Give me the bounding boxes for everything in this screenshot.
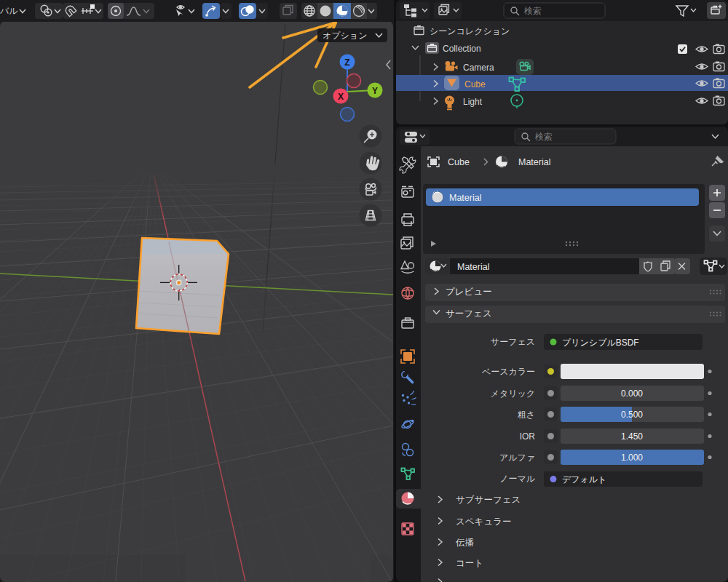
svg-text:Y: Y <box>372 86 378 96</box>
svg-text:Collection: Collection <box>443 44 481 54</box>
svg-text:Camera: Camera <box>463 63 494 73</box>
svg-text:バル: バル <box>0 6 18 16</box>
svg-text:ノーマル: ノーマル <box>499 474 536 484</box>
svg-text:0.500: 0.500 <box>621 410 643 420</box>
svg-text:IOR: IOR <box>520 431 536 442</box>
svg-text:1.000: 1.000 <box>621 453 643 463</box>
svg-text:プリンシプルBSDF: プリンシプルBSDF <box>562 338 639 348</box>
svg-text:サーフェス: サーフェス <box>446 308 492 319</box>
svg-text:Light: Light <box>463 97 483 107</box>
svg-text:デフォルト: デフォルト <box>562 474 606 485</box>
svg-text:Z: Z <box>344 57 349 68</box>
svg-text:Material: Material <box>518 157 550 167</box>
svg-text:アルファ: アルファ <box>499 453 535 463</box>
svg-text:粗さ: 粗さ <box>518 410 535 420</box>
svg-text:0.000: 0.000 <box>621 388 643 399</box>
svg-text:スペキュラー: スペキュラー <box>456 517 511 527</box>
svg-text:プレビュー: プレビュー <box>446 287 492 297</box>
svg-text:メタリック: メタリック <box>491 388 535 399</box>
svg-text:Cube: Cube <box>464 79 486 89</box>
svg-text:サーフェス: サーフェス <box>491 337 535 347</box>
svg-text:Material: Material <box>457 262 489 272</box>
svg-text:Cube: Cube <box>448 157 470 167</box>
svg-text:サブサーフェス: サブサーフェス <box>456 495 521 505</box>
svg-text:検索: 検索 <box>535 132 553 142</box>
svg-text:伝播: 伝播 <box>456 538 475 548</box>
svg-text:シーンコレクション: シーンコレクション <box>430 26 510 36</box>
svg-text:1.450: 1.450 <box>621 431 643 442</box>
svg-text:オプション: オプション <box>323 31 367 41</box>
svg-text:X: X <box>338 92 344 102</box>
svg-text:コート: コート <box>456 558 483 568</box>
svg-text:検索: 検索 <box>524 6 542 16</box>
svg-text:Material: Material <box>449 193 481 203</box>
svg-text:ベースカラー: ベースカラー <box>482 367 535 377</box>
